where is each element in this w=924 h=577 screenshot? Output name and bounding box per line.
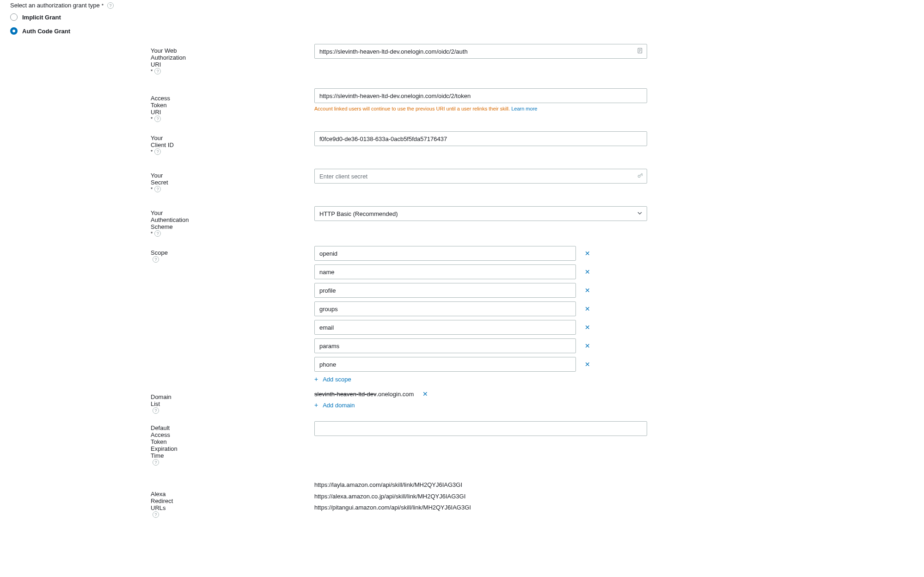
row-default-expiration: Default Access Token Expiration Time ? [9,421,915,466]
add-domain-button[interactable]: + Add domain [314,401,592,409]
label-text: Alexa Redirect URLs [151,491,176,511]
default-expiration-input[interactable] [314,421,647,436]
input-wrap [314,131,647,146]
radio-label: Auth Code Grant [22,28,70,35]
scope-input[interactable] [314,301,576,316]
domain-input[interactable]: slevinth-heaven-ltd-dev.onelogin.com [314,391,414,398]
web-auth-uri-input[interactable] [314,44,647,59]
row-web-auth-uri: Your Web Authorization URI* ? [9,44,915,74]
contacts-icon[interactable] [637,48,643,55]
radio-implicit-grant[interactable]: Implicit Grant [10,13,915,21]
help-icon[interactable]: ? [153,511,159,518]
redirect-url-list: https://layla.amazon.com/api/skill/link/… [314,479,647,514]
help-icon[interactable]: ? [153,407,159,414]
radio-icon [10,27,18,35]
remove-scope-button[interactable]: ✕ [583,324,592,331]
help-icon[interactable]: ? [154,186,161,192]
row-domain-list: Domain List ? slevinth-heaven-ltd-dev.on… [9,390,915,414]
svg-point-4 [638,175,640,178]
add-scope-label: Add scope [323,376,351,383]
redirect-url-item: https://layla.amazon.com/api/skill/link/… [314,479,647,491]
domain-strike: slevinth-heaven-ltd-dev [314,391,376,398]
grant-type-heading-text: Select an authorization grant type [10,2,100,9]
required-star: * [102,3,104,8]
scope-input[interactable] [314,246,576,261]
learn-more-link[interactable]: Learn more [511,106,537,111]
select-value: HTTP Basic (Recommended) [319,210,398,217]
access-token-uri-input[interactable] [314,88,647,103]
radio-icon [10,13,18,21]
label-text: Scope [151,249,168,256]
key-icon[interactable] [637,172,643,180]
scope-item: ✕ [314,246,592,261]
remove-scope-button[interactable]: ✕ [583,361,592,368]
scope-input[interactable] [314,338,576,353]
scope-list: ✕✕✕✕✕✕✕+Add scope [314,246,592,383]
remove-scope-button[interactable]: ✕ [583,250,592,257]
label-scope: Scope ? [9,246,176,263]
scope-item: ✕ [314,338,592,353]
help-icon[interactable]: ? [154,148,161,155]
remove-scope-button[interactable]: ✕ [583,268,592,276]
label-text: Domain List [151,393,176,407]
radio-label: Implicit Grant [22,14,61,21]
scope-item: ✕ [314,264,592,279]
help-icon[interactable]: ? [153,256,159,263]
input-wrap: HTTP Basic (Recommended) [314,206,647,221]
help-icon[interactable]: ? [154,68,161,74]
client-id-input[interactable] [314,131,647,146]
add-scope-button[interactable]: +Add scope [314,375,592,383]
radio-auth-code-grant[interactable]: Auth Code Grant [10,27,915,35]
required-star: * [151,231,153,236]
auth-scheme-select[interactable]: HTTP Basic (Recommended) [314,206,647,221]
remove-scope-button[interactable]: ✕ [583,342,592,350]
grant-type-section: Select an authorization grant type* ? Im… [9,2,915,35]
helper-text-content: Account linked users will continue to us… [314,106,510,111]
label-secret: Your Secret* ? [9,169,176,192]
label-text: Access Token URI [151,95,176,116]
remove-domain-button[interactable]: ✕ [421,390,429,398]
input-wrap [314,421,647,436]
label-text: Your Authentication Scheme [151,209,189,230]
scope-input[interactable] [314,357,576,372]
label-text: Your Client ID [151,135,176,148]
help-icon[interactable]: ? [154,116,161,122]
label-default-expiration: Default Access Token Expiration Time ? [9,421,176,466]
add-domain-label: Add domain [323,402,355,409]
scope-item: ✕ [314,320,592,335]
remove-scope-button[interactable]: ✕ [583,305,592,313]
row-auth-scheme: Your Authentication Scheme* ? HTTP Basic… [9,206,915,237]
row-access-token-uri: Access Token URI* ? Account linked users… [9,88,915,122]
label-auth-scheme: Your Authentication Scheme* ? [9,206,176,237]
helper-text: Account linked users will continue to us… [314,106,647,111]
required-star: * [151,116,153,122]
row-client-id: Your Client ID* ? [9,131,915,155]
scope-item: ✕ [314,301,592,316]
plus-icon: + [314,401,318,409]
label-web-auth-uri: Your Web Authorization URI* ? [9,44,176,74]
chevron-down-icon [637,211,642,216]
row-redirect-urls: Alexa Redirect URLs ? https://layla.amaz… [9,479,915,518]
secret-input[interactable] [314,169,647,184]
label-redirect-urls: Alexa Redirect URLs ? [9,479,176,518]
required-star: * [151,68,153,74]
domain-list: slevinth-heaven-ltd-dev.onelogin.com ✕ +… [314,390,592,409]
domain-item: slevinth-heaven-ltd-dev.onelogin.com ✕ [314,390,592,398]
scope-item: ✕ [314,357,592,372]
domain-rest: .onelogin.com [376,391,414,398]
label-text: Default Access Token Expiration Time [151,424,177,459]
label-client-id: Your Client ID* ? [9,131,176,155]
redirect-url-item: https://alexa.amazon.co.jp/api/skill/lin… [314,491,647,503]
row-scope: Scope ? ✕✕✕✕✕✕✕+Add scope [9,246,915,383]
input-wrap: Account linked users will continue to us… [314,88,647,111]
redirect-url-item: https://pitangui.amazon.com/api/skill/li… [314,502,647,514]
help-icon[interactable]: ? [154,230,161,237]
scope-input[interactable] [314,320,576,335]
remove-scope-button[interactable]: ✕ [583,287,592,294]
help-icon[interactable]: ? [107,2,114,9]
help-icon[interactable]: ? [153,459,159,466]
input-wrap [314,169,647,184]
label-text: Your Web Authorization URI [151,47,186,68]
scope-input[interactable] [314,264,576,279]
scope-input[interactable] [314,283,576,298]
